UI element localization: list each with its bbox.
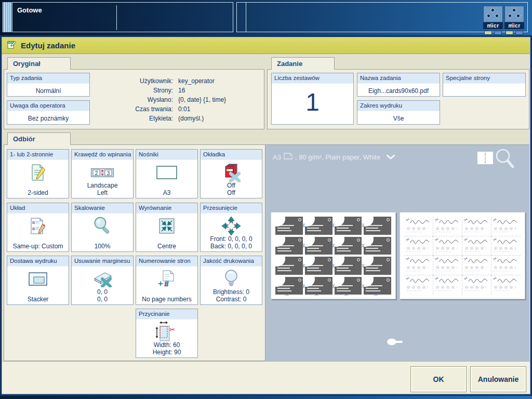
tile-two-sided[interactable]: 1- lub 2-stronnie2-sided: [7, 149, 69, 198]
tile-print-range[interactable]: Zakres wydruku Vše: [357, 100, 440, 125]
tile-set-count[interactable]: Liczba zestawów 1: [271, 73, 354, 125]
tile-title: Skalowanie: [72, 203, 133, 214]
tile-layout[interactable]: UkładBBSame-up: Custom: [7, 203, 69, 252]
tile-delivery[interactable]: Dostawa wydrukuStacker: [7, 256, 69, 305]
tile-value-line: Height: 90: [137, 349, 196, 356]
tile-cover[interactable]: OkładkaOffOff: [200, 149, 262, 198]
tile-shift[interactable]: PrzesunięcieFront: 0, 0, 0, 0Back: 0, 0,…: [200, 203, 262, 252]
tile-trim[interactable]: Przycinanie✂Width: 60Height: 90: [136, 309, 198, 358]
fold-dash-line: [494, 271, 509, 271]
tile-scale[interactable]: Skalowanie100%: [71, 203, 134, 252]
business-card-front: [305, 217, 332, 235]
cut-scissors-icon: ✂: [330, 284, 336, 288]
tile-margin-erase[interactable]: Usuwanie marginesu0, 00, 0: [71, 256, 134, 305]
preview-page-back: ✂✂✂✂✂✂✂✂✂✂✂✂✂✂✂✂: [400, 212, 525, 299]
card-text-line: [277, 270, 291, 271]
info-row: Etykieta:(domyśl.): [96, 114, 262, 123]
signature-squiggle: [438, 218, 459, 227]
preview-panel: A3 , 80 g/m², Plain paper, White ✂✂✂✂✂✂✂…: [265, 144, 529, 361]
tab-output[interactable]: Odbiór: [7, 132, 71, 145]
business-card-back: ✂: [491, 236, 521, 256]
tile-title: Nazwa zadania: [357, 73, 440, 84]
micr-icon: [483, 6, 503, 22]
tile-value: A3: [137, 189, 196, 196]
tile-print-quality[interactable]: Jakość drukowaniaBrightness: 0Contrast: …: [200, 256, 262, 305]
tile-original-1[interactable]: Uwaga dla operatoraBez poznámky: [7, 100, 90, 125]
cut-scissors-icon: ✂: [330, 244, 336, 248]
card-text-line: [307, 250, 321, 251]
tile-binding-edge[interactable]: Krawędź do wpinania23LandscapeLeft: [71, 149, 134, 198]
signature-squiggle: [409, 218, 430, 227]
tab-original[interactable]: Oryginał: [7, 57, 71, 70]
chevron-down-icon: [386, 153, 395, 161]
tile-value-line: 100%: [73, 243, 132, 250]
page-numbers-icon: +#: [136, 268, 197, 290]
signature-squiggle: [497, 276, 517, 286]
panel-divider: [116, 5, 117, 30]
tile-special-pages[interactable]: Specjalne strony: [443, 73, 526, 97]
tile-value-line: A3: [137, 189, 196, 196]
tile-title: Krawędź do wpinania: [72, 150, 133, 160]
led-green-icon: [484, 31, 492, 35]
tile-value-line: Centre: [137, 243, 196, 250]
card-text-line: [337, 228, 349, 229]
tile-value-line: Landscape: [73, 182, 132, 189]
micr-indicator-1[interactable]: micr: [483, 6, 503, 35]
business-card-back: ✂: [404, 275, 433, 295]
business-card-front: [305, 237, 332, 255]
business-card-back: ✂: [404, 236, 433, 256]
card-logo-icon: [328, 238, 331, 242]
business-card-front: [364, 217, 391, 235]
card-text-line: [337, 288, 349, 289]
business-card-back: ✂: [433, 217, 462, 236]
tile-title: Wyrównanie: [136, 203, 197, 214]
card-logo-icon: [298, 238, 301, 242]
perforation-dots: [435, 227, 457, 231]
perforation-dots: [493, 265, 516, 270]
perforation-dots: [464, 285, 486, 289]
spread-view-icon[interactable]: [477, 152, 493, 164]
signature-squiggle: [438, 237, 459, 247]
business-card-front: [335, 257, 362, 275]
tile-value: Stacker: [8, 296, 68, 303]
magnifier-icon[interactable]: [494, 148, 515, 172]
info-label: Etykieta:: [96, 114, 173, 123]
tile-value: Centre: [137, 243, 196, 250]
tab-job[interactable]: Zadanie: [271, 57, 335, 70]
tile-media[interactable]: NośnikiA3: [136, 149, 198, 198]
business-card-back: ✂: [462, 217, 491, 236]
job-name-value: Eigh...cards90x60.pdf: [357, 84, 440, 95]
tile-original-0[interactable]: Typ zadaniaNormální: [7, 73, 90, 97]
business-card-front: [364, 257, 391, 275]
micr-indicator-2[interactable]: micr: [504, 6, 524, 35]
tile-page-numbers[interactable]: Numerowanie stron+#No page numbers: [136, 256, 198, 305]
card-text-line: [366, 250, 380, 251]
cancel-button[interactable]: Anulowanie: [470, 366, 526, 392]
business-card-back: ✂: [433, 256, 462, 275]
svg-text:✂: ✂: [169, 326, 175, 334]
media-icon: [136, 162, 197, 183]
info-label: Strony:: [96, 86, 173, 95]
svg-text:#: #: [164, 280, 169, 288]
card-logo-icon: [328, 258, 331, 261]
tile-job-name[interactable]: Nazwa zadania Eigh...cards90x60.pdf: [357, 73, 440, 97]
perforation-dots: [493, 285, 516, 289]
media-selector[interactable]: A3 , 80 g/m², Plain paper, White: [273, 153, 395, 161]
edit-job-icon: [7, 40, 16, 51]
perforation-dots: [406, 227, 428, 231]
signature-squiggle: [409, 237, 430, 247]
tile-title: Specjalne strony: [443, 73, 525, 84]
micr-indicators: micr micr: [483, 6, 524, 35]
cut-scissors-icon: ✂: [330, 223, 336, 228]
perforation-dots: [435, 265, 457, 270]
print-quality-icon: [201, 268, 262, 290]
business-card-back: ✂: [491, 256, 521, 275]
tile-align[interactable]: WyrównanieCentre: [136, 203, 198, 252]
perforation-dots: [464, 227, 486, 231]
tile-title: Typ zadania: [7, 73, 89, 84]
cut-scissors-icon: ✂: [344, 292, 348, 298]
dialog-title: Edytuj zadanie: [21, 41, 75, 50]
ok-button[interactable]: OK: [410, 366, 467, 392]
signature-squiggle: [468, 257, 488, 266]
card-text-line: [307, 285, 324, 286]
